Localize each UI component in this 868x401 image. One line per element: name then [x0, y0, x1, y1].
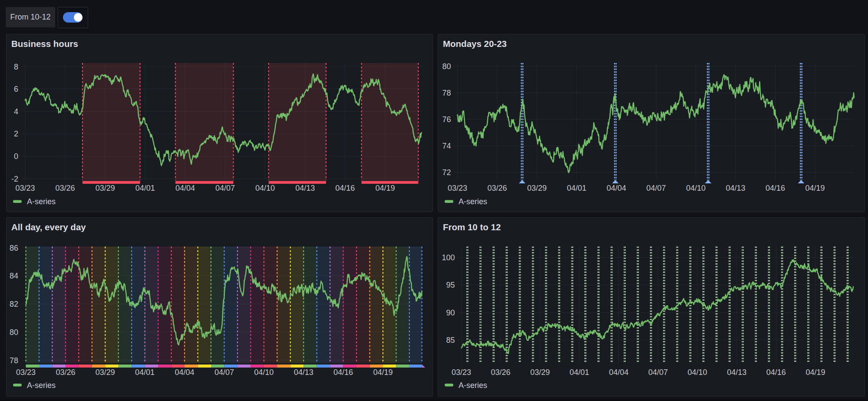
svg-text:04/19: 04/19 [805, 368, 825, 377]
svg-text:From 10 to 12: From 10 to 12 [443, 222, 501, 232]
svg-text:80: 80 [10, 328, 18, 337]
svg-text:03/29: 03/29 [96, 184, 115, 192]
svg-text:04/16: 04/16 [766, 184, 785, 192]
svg-text:A-series: A-series [27, 197, 56, 206]
svg-text:90: 90 [446, 308, 455, 317]
svg-text:04/04: 04/04 [609, 368, 628, 377]
svg-text:03/23: 03/23 [16, 368, 36, 377]
svg-text:80: 80 [442, 62, 451, 71]
svg-text:100: 100 [442, 253, 455, 262]
svg-text:04/13: 04/13 [727, 368, 746, 377]
svg-text:04/16: 04/16 [766, 368, 786, 377]
svg-text:04/07: 04/07 [215, 184, 235, 192]
svg-text:04/19: 04/19 [805, 184, 825, 192]
svg-text:All day, every day: All day, every day [11, 222, 86, 232]
svg-text:A-series: A-series [459, 197, 487, 206]
svg-text:2: 2 [14, 129, 18, 138]
svg-text:4: 4 [14, 107, 18, 116]
svg-text:04/04: 04/04 [175, 184, 195, 192]
svg-text:6: 6 [14, 85, 18, 93]
svg-text:Business hours: Business hours [11, 39, 78, 49]
svg-text:03/29: 03/29 [527, 184, 547, 192]
svg-text:04/01: 04/01 [567, 184, 586, 192]
svg-text:03/26: 03/26 [487, 184, 507, 192]
svg-text:03/26: 03/26 [56, 368, 75, 377]
svg-text:03/29: 03/29 [96, 368, 115, 377]
svg-text:04/01: 04/01 [135, 184, 155, 192]
svg-text:A-series: A-series [27, 381, 56, 390]
svg-text:0: 0 [14, 152, 18, 161]
svg-text:04/19: 04/19 [375, 184, 395, 192]
svg-text:03/23: 03/23 [452, 368, 471, 377]
svg-text:04/07: 04/07 [646, 184, 666, 192]
svg-text:03/26: 03/26 [56, 184, 75, 192]
svg-text:03/29: 03/29 [530, 368, 550, 377]
svg-text:04/01: 04/01 [135, 368, 155, 377]
svg-text:-2: -2 [11, 175, 18, 183]
svg-text:04/16: 04/16 [335, 184, 355, 192]
svg-text:04/10: 04/10 [255, 184, 275, 192]
svg-text:Mondays 20-23: Mondays 20-23 [443, 39, 507, 49]
svg-text:72: 72 [442, 168, 451, 177]
svg-text:A-series: A-series [459, 381, 487, 390]
svg-text:04/07: 04/07 [215, 368, 234, 377]
svg-text:04/04: 04/04 [175, 368, 194, 377]
svg-text:03/26: 03/26 [491, 368, 511, 377]
svg-text:04/10: 04/10 [254, 368, 274, 377]
svg-text:78: 78 [10, 356, 18, 365]
svg-text:95: 95 [446, 281, 455, 289]
svg-text:04/10: 04/10 [688, 368, 707, 377]
svg-text:04/13: 04/13 [726, 184, 745, 192]
svg-text:04/07: 04/07 [648, 368, 668, 377]
svg-text:04/10: 04/10 [686, 184, 706, 192]
svg-text:03/23: 03/23 [15, 184, 35, 192]
svg-text:04/01: 04/01 [570, 368, 589, 377]
svg-text:82: 82 [10, 300, 18, 308]
svg-text:84: 84 [10, 272, 18, 280]
svg-text:03/23: 03/23 [448, 184, 467, 192]
svg-text:86: 86 [10, 244, 18, 252]
svg-text:74: 74 [442, 142, 451, 150]
svg-text:04/13: 04/13 [294, 368, 314, 377]
svg-text:04/16: 04/16 [333, 368, 353, 377]
svg-text:04/13: 04/13 [295, 184, 315, 192]
svg-text:04/19: 04/19 [373, 368, 393, 377]
svg-text:85: 85 [446, 336, 455, 345]
svg-text:76: 76 [442, 115, 451, 124]
svg-text:8: 8 [14, 63, 18, 71]
svg-text:78: 78 [442, 89, 451, 97]
svg-text:04/04: 04/04 [607, 184, 626, 192]
